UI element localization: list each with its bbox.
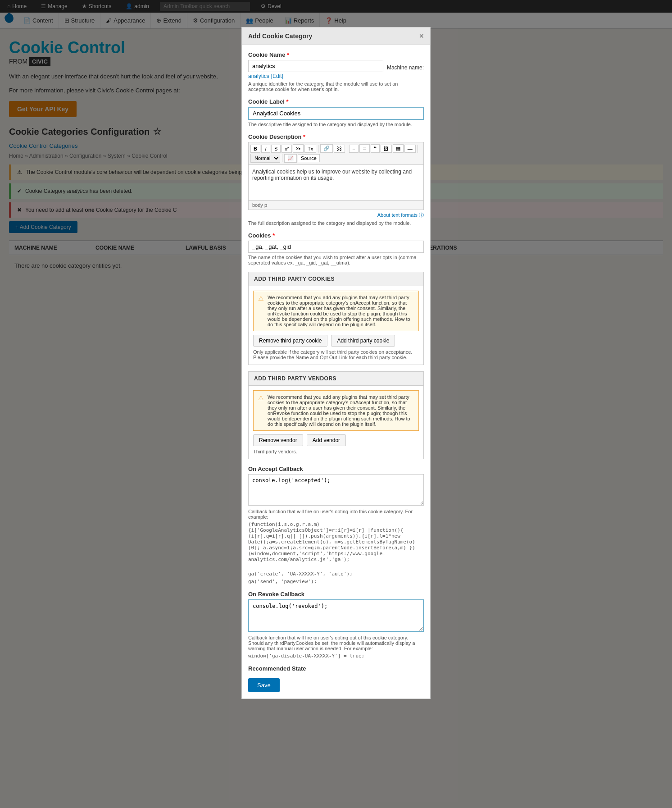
- rte-separator1: [318, 145, 318, 153]
- cookie-label-description: The descriptive title assigned to the ca…: [248, 122, 424, 127]
- modal-body: Cookie Name * Machine name: analytics [E…: [242, 45, 430, 285]
- rte-image-btn[interactable]: 🖼: [381, 145, 392, 153]
- rte-blockquote-btn[interactable]: ❝: [371, 144, 380, 153]
- rte-full-description: The full description assigned to the cat…: [248, 220, 424, 226]
- cookie-label-group: Cookie Label * The descriptive title ass…: [248, 98, 424, 127]
- cookie-label-input[interactable]: [248, 107, 424, 120]
- required-marker: *: [287, 51, 289, 58]
- rte-separator4: [282, 154, 282, 162]
- cookie-description-group: Cookie Description * B I S x² x₂ Tx 🔗 ⛓ …: [248, 133, 424, 226]
- third-party-cookies-section: ADD THIRD PARTY COOKIES ⚠ We recommend t…: [248, 272, 424, 285]
- rte-separator2: [347, 145, 347, 153]
- cookie-name-description: A unique identifier for the category, th…: [248, 81, 424, 92]
- modal-close-button[interactable]: ×: [419, 32, 424, 40]
- cookies-input[interactable]: [248, 241, 424, 253]
- about-text-formats: About text formats ⓘ: [248, 212, 424, 219]
- machine-name-label: Machine name:: [387, 64, 424, 71]
- rte-format-select[interactable]: Normal: [250, 154, 280, 163]
- rte-separator3: [418, 145, 418, 153]
- cookie-label-label: Cookie Label *: [248, 98, 424, 105]
- cookie-name-input[interactable]: [248, 60, 383, 72]
- rte-ol-btn[interactable]: ≡: [349, 145, 358, 153]
- rte-unlink-btn[interactable]: ⛓: [334, 145, 345, 153]
- cookies-description: The name of the cookies that you wish to…: [248, 255, 424, 265]
- cookies-group: Cookies * The name of the cookies that y…: [248, 232, 424, 265]
- rte-italic-btn[interactable]: I: [261, 145, 270, 153]
- cookies-field-label: Cookies *: [248, 232, 424, 239]
- rte-bold-btn[interactable]: B: [250, 145, 260, 153]
- rte-chart-btn[interactable]: 📈: [284, 154, 297, 163]
- third-party-cookies-header: ADD THIRD PARTY COOKIES: [249, 272, 423, 285]
- cookie-name-group: Cookie Name * Machine name: analytics [E…: [248, 51, 424, 92]
- rte-source-btn[interactable]: Source: [298, 154, 320, 162]
- modal-overlay[interactable]: Add Cookie Category × Cookie Name * Mach…: [0, 0, 672, 285]
- rte-removeformat-btn[interactable]: Tx: [304, 145, 316, 153]
- modal-header: Add Cookie Category ×: [242, 27, 430, 45]
- machine-name-value: analytics [Edit]: [248, 73, 424, 79]
- rte-body-tag: body p: [252, 202, 267, 208]
- add-cookie-modal: Add Cookie Category × Cookie Name * Mach…: [241, 27, 431, 285]
- rte-subscript-btn[interactable]: x₂: [293, 144, 304, 153]
- rte-ul-btn[interactable]: ≣: [359, 144, 370, 153]
- rte-superscript-btn[interactable]: x²: [282, 145, 292, 153]
- rte-content-area[interactable]: Analytical cookies help us to improve ou…: [248, 164, 424, 201]
- modal-title: Add Cookie Category: [248, 32, 312, 40]
- machine-name-edit-link[interactable]: [Edit]: [271, 73, 283, 79]
- rte-table-btn[interactable]: ▦: [393, 144, 404, 153]
- rte-strikethrough-btn[interactable]: S: [271, 145, 281, 153]
- cookie-description-label: Cookie Description *: [248, 133, 424, 140]
- rte-link-btn[interactable]: 🔗: [320, 144, 333, 153]
- rte-toolbar: B I S x² x₂ Tx 🔗 ⛓ ≡ ≣ ❝ 🖼 ▦ —: [248, 142, 424, 164]
- rte-footer: body p: [248, 201, 424, 210]
- cookie-name-label: Cookie Name *: [248, 51, 424, 58]
- rte-hr-btn[interactable]: —: [404, 145, 416, 153]
